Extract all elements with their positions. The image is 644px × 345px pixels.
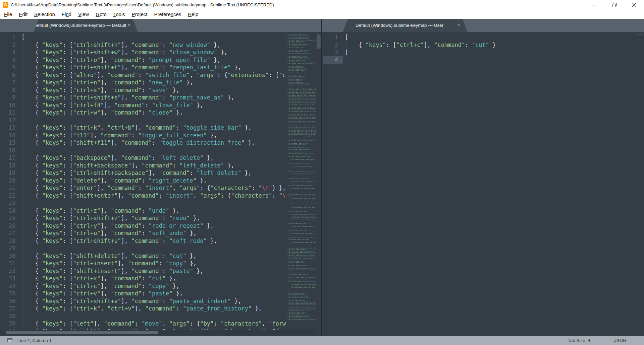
line-number: 28 (4, 237, 15, 245)
status-panel-icon[interactable] (7, 338, 12, 342)
code-line[interactable]: { "keys": ["ctrl+shift+s"], "command": "… (21, 94, 286, 101)
code-line[interactable]: { "keys": ["ctrl+f4"], "command": "close… (21, 101, 286, 109)
menu-item-edit[interactable]: Edit (15, 10, 31, 19)
line-number: 32 (4, 267, 15, 275)
line-number-gutter: 1234567891011121314151617181920212223242… (4, 32, 15, 335)
code-line[interactable]: { "keys": ["ctrl+x"], "command": "cut" }… (21, 275, 286, 282)
horizontal-scrollbar-thumb[interactable] (6, 331, 158, 334)
line-number: 36 (4, 297, 15, 305)
line-number: 21 (4, 184, 15, 192)
close-button[interactable] (626, 0, 642, 10)
code-line[interactable]: { "keys": ["left"], "command": "move", "… (21, 320, 286, 328)
code-line[interactable]: { "keys": ["ctrl+c"], "command": "cut" } (345, 41, 633, 49)
tab-bar-left: Default (Windows).sublime-keymap — Defau… (0, 19, 321, 32)
menu-item-help[interactable]: Help (184, 10, 202, 19)
code-line[interactable]: { "keys": ["shift+enter"], "command": "i… (21, 192, 286, 200)
code-line[interactable]: { "keys": ["ctrl+shift+v"], "command": "… (21, 297, 286, 305)
code-line[interactable]: ​ (21, 117, 286, 124)
line-number: 33 (4, 275, 15, 282)
line-number: 31 (4, 260, 15, 267)
vertical-scrollbar-thumb[interactable] (317, 34, 321, 49)
code-line[interactable]: { "keys": ["ctrl+shift+t"], "command": "… (21, 64, 286, 71)
code-view[interactable]: [ { "keys": ["ctrl+shift+n"], "command":… (21, 32, 286, 335)
tab-size-indicator[interactable]: Tab Size: 4 (568, 338, 590, 343)
line-number: 30 (4, 252, 15, 260)
line-number: 26 (4, 222, 15, 230)
line-number: 22 (4, 192, 15, 200)
code-line[interactable]: { "keys": ["ctrl+shift+u"], "command": "… (21, 237, 286, 245)
restore-button[interactable] (606, 0, 622, 10)
code-line[interactable]: { "keys": ["ctrl+v"], "command": "paste"… (21, 290, 286, 297)
code-line[interactable]: { "keys": ["shift+backspace"], "command"… (21, 162, 286, 169)
minimap[interactable]: [ { "keys": ["ctrl+shift+n"], "command":… (286, 32, 316, 330)
code-line[interactable]: { "keys": ["ctrl+insert"], "command": "c… (21, 260, 286, 267)
code-line[interactable]: ​ (21, 245, 286, 252)
code-line[interactable]: { "keys": ["ctrl+o"], "command": "prompt… (21, 56, 286, 64)
line-number: 10 (4, 101, 15, 109)
menu-item-tools[interactable]: Tools (110, 10, 128, 19)
menu-item-project[interactable]: Project (128, 10, 151, 19)
code-line[interactable]: { "keys": ["ctrl+c"], "command": "copy" … (21, 282, 286, 290)
line-number: 7 (4, 79, 15, 86)
code-line[interactable]: { "keys": ["ctrl+k", "ctrl+b"], "command… (21, 124, 286, 132)
code-line[interactable]: { "keys": ["enter"], "command": "insert"… (21, 184, 286, 192)
code-line[interactable]: ​ (21, 313, 286, 320)
code-line[interactable]: { "keys": ["shift+insert"], "command": "… (21, 267, 286, 275)
line-number: 1 (4, 33, 15, 41)
menu-item-preferences[interactable]: Preferences (151, 10, 184, 19)
tab-close-icon[interactable]: × (127, 22, 130, 28)
code-line[interactable]: { "keys": ["ctrl+n"], "command": "new_fi… (21, 79, 286, 86)
tab-default-keymap-user[interactable]: Default (Windows).sublime-keymap — User … (343, 19, 468, 32)
code-line[interactable]: { "keys": ["ctrl+s"], "command": "save" … (21, 86, 286, 94)
code-line[interactable]: { "keys": ["ctrl+y"], "command": "redo_o… (21, 222, 286, 230)
code-line[interactable]: { "keys": ["shift+delete"], "command": "… (21, 252, 286, 260)
code-line[interactable]: { "keys": ["delete"], "command": "right_… (21, 177, 286, 185)
window-title: C:\Users\Илья\AppData\Roaming\Sublime Te… (11, 2, 274, 7)
menu-item-selection[interactable]: Selection (31, 10, 58, 19)
code-line[interactable]: [ (21, 33, 286, 41)
line-number: 2 (4, 41, 15, 49)
code-line[interactable]: { "keys": ["ctrl+shift+backspace"], "com… (21, 169, 286, 177)
line-number: 1 (327, 33, 338, 41)
code-line[interactable]: { "keys": ["ctrl+shift+z"], "command": "… (21, 214, 286, 222)
tab-close-icon[interactable]: × (457, 22, 460, 28)
code-line[interactable]: { "keys": ["ctrl+shift+w"], "command": "… (21, 49, 286, 56)
tab-label: Default (Windows).sublime-keymap — Defau… (34, 23, 126, 28)
code-line[interactable]: ​ (21, 147, 286, 154)
tab-default-keymap-default[interactable]: Default (Windows).sublime-keymap — Defau… (34, 19, 138, 32)
line-number-gutter: 1234 (327, 32, 338, 64)
menu-item-find[interactable]: Find (58, 10, 75, 19)
syntax-indicator[interactable]: JSON (614, 338, 626, 343)
code-line[interactable]: { "keys": ["alt+o"], "command": "switch_… (21, 71, 286, 79)
minimap[interactable]: [ { "keys": ["ctrl+c"], "command": "cut"… (635, 32, 643, 52)
code-line[interactable]: ​ (345, 56, 633, 64)
code-line[interactable]: { "keys": ["ctrl+z"], "command": "undo" … (21, 207, 286, 215)
line-number: 8 (4, 86, 15, 94)
line-number: 5 (4, 64, 15, 71)
code-line[interactable]: { "keys": ["backspace"], "command": "lef… (21, 154, 286, 162)
code-line[interactable]: { "keys": ["ctrl+shift+n"], "command": "… (21, 41, 286, 49)
code-line[interactable]: ​ (21, 199, 286, 207)
sublime-text-window: S C:\Users\Илья\AppData\Roaming\Sublime … (0, 0, 644, 345)
vertical-scrollbar[interactable] (316, 32, 321, 330)
line-number: 3 (327, 49, 338, 56)
menu-item-file[interactable]: File (1, 10, 15, 19)
horizontal-scrollbar[interactable] (0, 330, 316, 335)
menu-item-view[interactable]: View (75, 10, 92, 19)
code-line[interactable]: { "keys": ["ctrl+w"], "command": "close"… (21, 109, 286, 117)
minimize-button[interactable] (586, 0, 601, 10)
code-line[interactable]: { "keys": ["shift+f11"], "command": "tog… (21, 139, 286, 147)
line-number: 29 (4, 245, 15, 252)
line-number: 4 (323, 56, 343, 64)
line-number: 13 (4, 124, 15, 132)
code-line[interactable]: { "keys": ["ctrl+k", "ctrl+v"], "command… (21, 305, 286, 313)
code-view[interactable]: [ { "keys": ["ctrl+c"], "command": "cut"… (345, 32, 633, 64)
code-line[interactable]: { "keys": ["ctrl+u"], "command": "soft_u… (21, 229, 286, 237)
pane-divider[interactable] (321, 19, 322, 336)
code-line[interactable]: { "keys": ["f11"], "command": "toggle_fu… (21, 132, 286, 139)
code-line[interactable]: [ (345, 33, 633, 41)
code-line[interactable]: ] (345, 49, 633, 56)
menu-bar: FileEditSelectionFindViewGotoToolsProjec… (0, 10, 644, 19)
menu-item-goto[interactable]: Goto (92, 10, 110, 19)
status-bar: Line 4, Column 1 Tab Size: 4 JSON (0, 336, 644, 345)
